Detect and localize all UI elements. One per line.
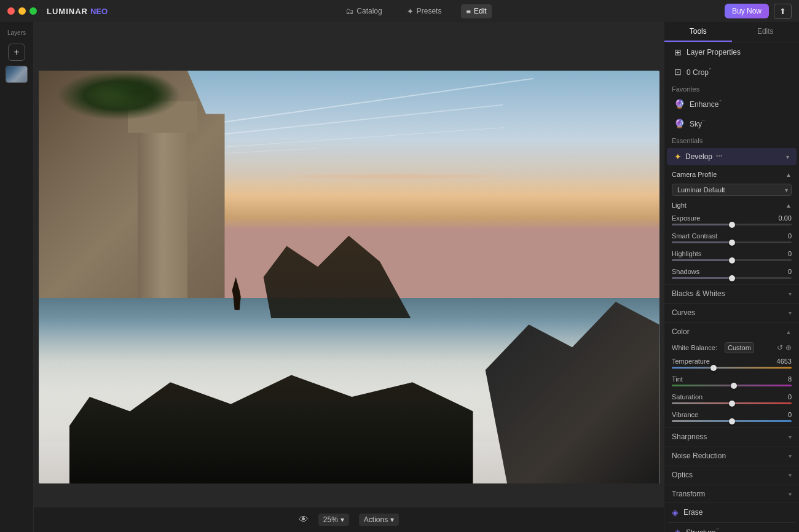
saturation-track[interactable] — [672, 402, 792, 404]
add-layer-button[interactable]: + — [8, 44, 25, 61]
blacks-whites-header[interactable]: Blacks & Whites ▾ — [664, 285, 799, 302]
vibrance-value: 0 — [788, 411, 792, 418]
layer-thumbnail[interactable] — [6, 66, 28, 83]
transform-section: Transform ▾ — [664, 485, 799, 503]
wb-dropdown-wrapper: Custom — [725, 342, 773, 353]
cloud-pink — [287, 174, 505, 179]
shadows-thumb[interactable] — [729, 275, 735, 281]
blacks-whites-title: Blacks & Whites — [672, 289, 725, 298]
enhance-label: Enhance" — [690, 99, 722, 109]
nav-catalog[interactable]: 🗂 Catalog — [340, 4, 387, 18]
edit-icon: ≡ — [466, 7, 471, 16]
panel-item-sky[interactable]: 🔮 Sky" — [667, 114, 797, 133]
catalog-icon: 🗂 — [345, 7, 353, 16]
enhance-superscript: " — [719, 99, 721, 105]
panel-item-crop[interactable]: ⊡ 0 Crop" — [667, 63, 797, 81]
zoom-value: 25% — [323, 515, 338, 524]
highlights-value: 0 — [788, 250, 792, 257]
tint-track[interactable] — [672, 385, 792, 386]
panel-item-enhance[interactable]: 🔮 Enhance" — [667, 95, 797, 113]
curves-header[interactable]: Curves ▾ — [664, 304, 799, 321]
white-balance-select[interactable]: Custom — [725, 342, 754, 353]
noise-reduction-header[interactable]: Noise Reduction ▾ — [664, 447, 799, 464]
buy-now-button[interactable]: Buy Now — [725, 4, 769, 18]
exposure-thumb[interactable] — [729, 222, 735, 228]
actions-button[interactable]: Actions ▾ — [359, 514, 399, 526]
temperature-thumb[interactable] — [710, 365, 717, 371]
sharpness-header[interactable]: Sharpness ▾ — [664, 428, 799, 445]
vibrance-track[interactable] — [672, 420, 792, 422]
camera-profile-title: Camera Profile — [672, 171, 717, 178]
wb-icons: ↺ ⊕ — [777, 343, 792, 352]
panel-item-structure[interactable]: ◈ Structure" — [667, 522, 797, 532]
nav-presets-label: Presets — [417, 7, 442, 15]
close-button[interactable] — [7, 7, 15, 15]
crop-label: 0 Crop" — [687, 67, 711, 77]
temperature-slider-row: Temperature 4653 — [664, 355, 799, 373]
zoom-selector[interactable]: 25% ▾ — [318, 514, 349, 526]
panel-item-erase[interactable]: ◈ Erase — [664, 503, 799, 522]
favorites-section-label: Favorites — [664, 82, 799, 94]
sky-superscript: " — [703, 119, 704, 125]
noise-reduction-chevron-icon: ▾ — [789, 453, 792, 460]
smart-contrast-fill — [672, 241, 732, 243]
transform-title: Transform — [672, 490, 705, 498]
develop-header[interactable]: ✦ Develop *** ▾ — [667, 148, 797, 165]
exposure-value: 0.00 — [779, 214, 792, 222]
camera-profile-select[interactable]: Luminar Default — [672, 184, 792, 196]
wb-eyedropper-icon[interactable]: ⊕ — [785, 343, 792, 352]
camera-profile-wrapper: Luminar Default ▾ — [672, 184, 792, 196]
wb-refresh-icon[interactable]: ↺ — [777, 343, 783, 352]
titlebar: LUMINAR NEO 🗂 Catalog ✦ Presets ≡ Edit B… — [0, 0, 799, 22]
fullscreen-button[interactable] — [30, 7, 37, 15]
temperature-track[interactable] — [672, 367, 792, 369]
light-header[interactable]: Light ▲ — [664, 198, 799, 212]
vibrance-thumb[interactable] — [729, 418, 735, 424]
highlights-label-row: Highlights 0 — [672, 250, 792, 257]
blacks-whites-section: Blacks & Whites ▾ — [664, 284, 799, 302]
app-logo: LUMINAR NEO — [47, 7, 108, 16]
nav-presets[interactable]: ✦ Presets — [402, 4, 447, 18]
highlights-label: Highlights — [672, 250, 701, 257]
vibrance-slider-row: Vibrance 0 — [664, 409, 799, 426]
camera-profile-dropdown-row: Luminar Default ▾ — [664, 181, 799, 198]
camera-profile-header[interactable]: Camera Profile ▲ — [664, 168, 799, 181]
share-button[interactable]: ⬆ — [774, 4, 792, 19]
nav-edit[interactable]: ≡ Edit — [461, 4, 491, 18]
crop-icon: ⊡ — [674, 67, 682, 77]
panel-item-layer-properties[interactable]: ⊞ Layer Properties — [667, 43, 797, 61]
tower — [138, 112, 187, 318]
logo-name: LUMINAR — [47, 7, 88, 16]
transform-chevron-icon: ▾ — [789, 491, 792, 498]
canvas-area: 👁 25% ▾ Actions ▾ — [34, 22, 664, 532]
smart-contrast-thumb[interactable] — [729, 240, 735, 246]
temperature-label-row: Temperature 4653 — [672, 358, 792, 365]
photo-background — [39, 71, 659, 483]
highlights-thumb[interactable] — [729, 257, 735, 264]
saturation-label-row: Saturation 0 — [672, 393, 792, 401]
minimize-button[interactable] — [18, 7, 26, 15]
tint-slider-row: Tint 8 — [664, 373, 799, 391]
tab-edits[interactable]: Edits — [732, 22, 800, 42]
optics-title: Optics — [672, 471, 693, 479]
titlebar-left: LUMINAR NEO — [7, 7, 108, 16]
tint-value: 8 — [788, 375, 792, 383]
eye-button[interactable]: 👁 — [299, 514, 309, 525]
optics-header[interactable]: Optics ▾ — [664, 466, 799, 483]
shadows-track[interactable] — [672, 277, 792, 279]
tint-thumb[interactable] — [731, 383, 737, 389]
tint-label-row: Tint 8 — [672, 375, 792, 383]
color-chevron-icon: ▲ — [785, 329, 792, 335]
transform-header[interactable]: Transform ▾ — [664, 485, 799, 503]
tab-tools[interactable]: Tools — [664, 22, 732, 42]
highlights-track[interactable] — [672, 259, 792, 261]
smart-contrast-track[interactable] — [672, 241, 792, 243]
develop-chevron-icon: ▾ — [786, 154, 789, 160]
develop-label: Develop — [685, 152, 712, 161]
saturation-label: Saturation — [672, 393, 703, 401]
saturation-thumb[interactable] — [729, 401, 735, 407]
color-header[interactable]: Color ▲ — [664, 323, 799, 340]
exposure-track[interactable] — [672, 224, 792, 225]
sharpness-chevron-icon: ▾ — [789, 434, 792, 440]
layer-properties-icon: ⊞ — [674, 47, 682, 57]
